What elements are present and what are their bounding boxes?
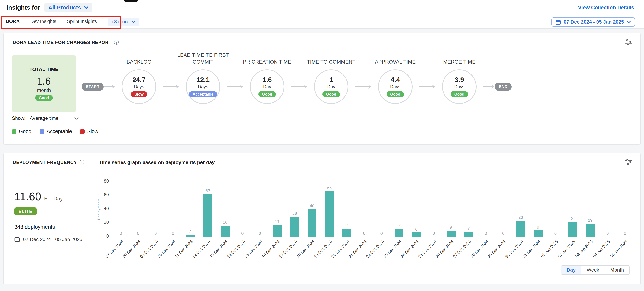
calendar-icon [14, 237, 20, 242]
chart-bar-slot: 2330 Dec 2024 [512, 182, 530, 237]
x-axis-label: 07 Dec 2024 [104, 239, 124, 259]
bar-value-label: 29 [292, 211, 297, 216]
chart-bar-slot: 1223 Dec 2024 [390, 182, 408, 237]
deployment-bar[interactable] [516, 221, 525, 237]
tab-dora[interactable]: DORA [6, 15, 20, 28]
info-icon[interactable]: ⓘ [79, 160, 84, 165]
bar-value-label: 12 [396, 223, 401, 227]
bar-value-label: 0 [363, 231, 365, 236]
bar-value-label: 0 [380, 231, 383, 236]
deployment-bar[interactable] [568, 222, 577, 237]
toggle-day-button[interactable]: Day [561, 265, 581, 275]
bar-value-label: 9 [537, 225, 539, 230]
stage-unit: Day [327, 84, 335, 90]
chevron-down-icon [84, 6, 88, 9]
chart-bar-slot: 727 Dec 2024 [460, 182, 477, 237]
tab-sprint-insights[interactable]: Sprint Insights [67, 15, 97, 28]
top-edge-artifact [124, 0, 138, 2]
stage-circle[interactable]: 4.4 Days Good [378, 69, 412, 104]
more-tabs-dropdown[interactable]: +3 more [108, 18, 139, 26]
date-range-label: 07 Dec 2024 - 05 Jan 2025 [564, 19, 624, 25]
stage-circle[interactable]: 3.9 Days Good [442, 69, 476, 104]
stage-circle[interactable]: 24.7 Days Slow [122, 69, 156, 104]
flow-arrow-icon [355, 84, 372, 89]
bar-value-label: 0 [259, 231, 261, 236]
deployment-bar[interactable] [203, 194, 212, 237]
chart-bar-slot: 001 Jan 2025 [547, 182, 564, 237]
legend-square-acceptable [40, 129, 44, 134]
chart-bar-slot: 010 Dec 2024 [164, 182, 182, 237]
deployment-bar[interactable] [186, 235, 195, 237]
bar-value-label: 0 [485, 231, 487, 236]
deployment-bar[interactable] [464, 232, 473, 237]
elite-badge: ELITE [14, 207, 37, 215]
bar-value-label: 11 [344, 223, 349, 228]
date-range-picker[interactable]: 07 Dec 2024 - 05 Jan 2025 [551, 17, 635, 27]
deployment-bar[interactable] [586, 224, 595, 237]
x-axis-label: 21 Dec 2024 [348, 239, 368, 259]
x-axis-label: 22 Dec 2024 [365, 239, 385, 259]
widget-settings-icon[interactable] [625, 159, 632, 166]
chart-bar-slot: 826 Dec 2024 [442, 182, 460, 237]
toggle-week-button[interactable]: Week [581, 265, 605, 275]
tab-dev-insights[interactable]: Dev Insights [30, 15, 56, 28]
product-selector-dropdown[interactable]: All Products [44, 3, 92, 12]
stage-label: LEAD TIME TO FIRST COMMIT [172, 51, 234, 65]
toggle-month-button[interactable]: Month [605, 265, 630, 275]
bar-value-label: 0 [172, 231, 174, 236]
deployment-bar[interactable] [446, 231, 456, 237]
deployment-bar[interactable] [273, 225, 282, 237]
stage-value: 1 [329, 76, 333, 84]
chart-bar-slot: 1903 Jan 2025 [582, 182, 599, 237]
deployment-rate-stat: 11.60 Per Day [14, 190, 63, 203]
x-axis-label: 23 Dec 2024 [382, 239, 402, 259]
stage-circle[interactable]: 12.1 Days Acceptable [186, 69, 220, 104]
stage-circle[interactable]: 1.6 Day Good [250, 69, 284, 104]
deployment-bar[interactable] [534, 230, 542, 237]
legend-item-good: Good [12, 129, 32, 134]
chevron-down-icon [74, 117, 79, 120]
chart-bar-slot: 1120 Dec 2024 [338, 182, 356, 237]
x-axis-label: 20 Dec 2024 [330, 239, 350, 259]
stage-unit: Days [134, 84, 144, 90]
bar-value-label: 0 [502, 231, 504, 236]
chart-bar-slot: 1613 Dec 2024 [216, 182, 234, 237]
deployment-bar[interactable] [308, 209, 317, 237]
view-collection-details-link[interactable]: View Collection Details [578, 5, 634, 11]
bar-value-label: 6 [415, 227, 418, 232]
deployment-bar[interactable] [220, 226, 230, 237]
flow-arrow-icon [483, 84, 495, 89]
legend-square-good [12, 129, 16, 134]
lead-time-stage: APPROVAL TIME 4.4 Days Good [371, 51, 419, 104]
chart-subtitle: Time series graph based on deployments p… [99, 160, 214, 165]
legend-item-acceptable: Acceptable [40, 129, 72, 134]
chart-bar-slot: 931 Dec 2024 [529, 182, 547, 237]
chart-bar-slot: 2102 Jan 2025 [564, 182, 582, 237]
deployment-bar[interactable] [342, 229, 352, 237]
deployment-frequency-card: DEPLOYMENT FREQUENCY ⓘ Time series graph… [3, 153, 640, 284]
x-axis-label: 30 Dec 2024 [504, 239, 524, 259]
show-average-time-select[interactable]: Show: Average time [12, 116, 79, 121]
total-time-label: TOTAL TIME [30, 67, 58, 72]
x-axis-label: 29 Dec 2024 [487, 239, 507, 259]
stage-rating-badge: Acceptable [189, 91, 217, 97]
deployment-bar[interactable] [412, 232, 421, 237]
flow-arrow-icon [419, 84, 436, 89]
legend-square-slow [80, 129, 85, 134]
stage-rating-badge: Good [258, 91, 276, 97]
lead-time-stage: TIME TO COMMENT 1 Day Good [308, 51, 355, 104]
lead-time-report-card: DORA LEAD TIME FOR CHANGES REPORT ⓘ TOTA… [3, 33, 640, 145]
bar-value-label: 40 [310, 203, 314, 208]
deployment-bar[interactable] [394, 228, 404, 237]
stage-rating-badge: Slow [131, 91, 147, 97]
deployment-bar[interactable] [325, 191, 334, 237]
stage-label: APPROVAL TIME [364, 51, 426, 65]
x-axis-label: 24 Dec 2024 [400, 239, 420, 259]
deployment-bar[interactable] [290, 217, 299, 237]
widget-settings-icon[interactable] [625, 39, 632, 46]
info-icon[interactable]: ⓘ [114, 40, 119, 45]
stage-unit: Day [263, 84, 271, 90]
stage-circle[interactable]: 1 Day Good [314, 69, 348, 104]
x-axis-label: 02 Jan 2025 [557, 239, 576, 259]
stage-value: 4.4 [390, 76, 400, 84]
